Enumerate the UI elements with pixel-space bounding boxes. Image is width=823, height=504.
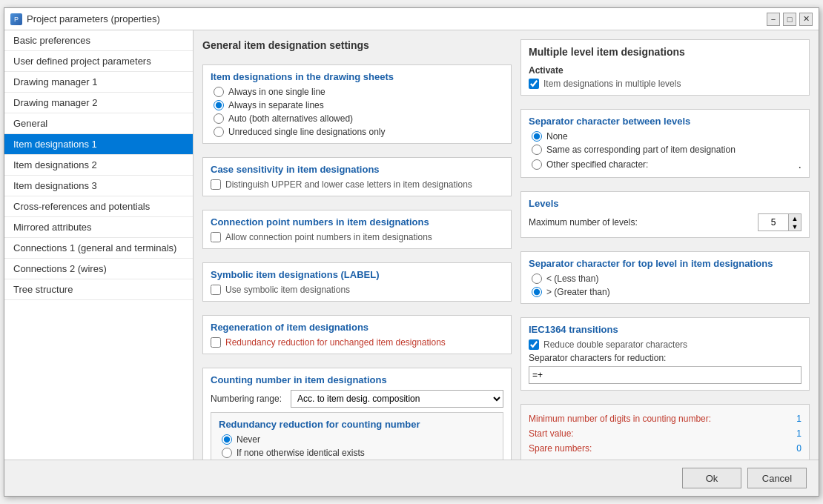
- radio-greater-than[interactable]: [532, 287, 542, 297]
- sep-reduction-input[interactable]: [529, 366, 801, 384]
- radio-separate-lines[interactable]: [214, 100, 224, 110]
- symbolic-checkbox[interactable]: Use symbolic item designations: [211, 285, 503, 295]
- label-symbolic: Use symbolic item designations: [225, 285, 350, 295]
- sep-other-row: Other specified character: .: [532, 158, 801, 171]
- content-area: Basic preferencesUser defined project pa…: [4, 30, 819, 460]
- sidebar-item-general[interactable]: General: [4, 113, 193, 134]
- iec-section: IEC1364 transitions Reduce double separa…: [520, 317, 810, 391]
- max-levels-input[interactable]: [758, 214, 788, 231]
- label-if-none: If none otherwise identical exists: [237, 448, 365, 458]
- label-connection: Allow connection point numbers in item d…: [225, 232, 432, 242]
- option-greater-than[interactable]: > (Greater than): [532, 287, 801, 297]
- regeneration-title: Regeneration of item designations: [211, 322, 503, 333]
- sidebar-item-mirrored-attributes[interactable]: Mirrored attributes: [4, 217, 193, 238]
- iec-checkbox[interactable]: Reduce double separator characters: [529, 339, 801, 350]
- spare-numbers-row: Spare numbers: 0: [529, 443, 801, 454]
- option-sep-other[interactable]: Other specified character:: [532, 159, 648, 170]
- link-values-container: Minimum number of digits in counting num…: [529, 411, 801, 460]
- sidebar-item-user-defined[interactable]: User defined project parameters: [4, 51, 193, 72]
- checkbox-iec[interactable]: [529, 339, 539, 350]
- case-sensitivity-checkbox[interactable]: Distinguish UPPER and lower case letters…: [211, 179, 503, 190]
- sidebar-item-basic-preferences[interactable]: Basic preferences: [4, 30, 193, 51]
- minimize-button[interactable]: −: [767, 13, 780, 26]
- option-auto[interactable]: Auto (both alternatives allowed): [214, 113, 503, 124]
- counting-values-section: Minimum number of digits in counting num…: [520, 404, 810, 460]
- general-title: General item designation settings: [202, 39, 512, 51]
- min-digits-value[interactable]: 1: [796, 414, 801, 424]
- start-value-row: Start value: 1: [529, 428, 801, 439]
- connection-point-checkbox[interactable]: Allow connection point numbers in item d…: [211, 232, 503, 242]
- radio-less-than[interactable]: [532, 273, 542, 284]
- checkbox-activate[interactable]: [529, 79, 539, 89]
- label-unreduced: Unreduced single line designations only: [228, 127, 385, 137]
- checkbox-regeneration[interactable]: [211, 337, 221, 348]
- option-separate-lines[interactable]: Always in separate lines: [214, 100, 503, 110]
- numbering-range-row: Numbering range: Acc. to item desig. com…: [211, 390, 503, 408]
- checkbox-case[interactable]: [211, 179, 221, 190]
- label-single-line: Always in one single line: [228, 87, 325, 97]
- option-if-none[interactable]: If none otherwise identical exists: [222, 448, 495, 458]
- spinbox-up-button[interactable]: ▲: [789, 214, 801, 222]
- regeneration-section: Regeneration of item designations Redund…: [202, 315, 512, 354]
- option-unreduced[interactable]: Unreduced single line designations only: [214, 127, 503, 137]
- option-sep-same[interactable]: Same as corresponding part of item desig…: [532, 145, 801, 155]
- radio-single-line[interactable]: [214, 87, 224, 97]
- label-sep-other: Other specified character:: [546, 159, 648, 170]
- radio-auto[interactable]: [214, 113, 224, 124]
- multiple-level-title: Multiple level item designations: [529, 46, 801, 61]
- max-levels-label: Maximum number of levels:: [529, 217, 638, 228]
- sidebar-item-tree-structure[interactable]: Tree structure: [4, 279, 193, 300]
- sidebar-item-drawing-manager-1[interactable]: Drawing manager 1: [4, 72, 193, 93]
- multiple-level-section: Multiple level item designations Activat…: [520, 39, 810, 96]
- iec-title: IEC1364 transitions: [529, 324, 801, 335]
- sidebar-item-drawing-manager-2[interactable]: Drawing manager 2: [4, 93, 193, 113]
- sidebar-item-item-designations-1[interactable]: Item designations 1: [4, 134, 193, 155]
- start-value[interactable]: 1: [796, 428, 801, 439]
- connection-point-title: Connection point numbers in item designa…: [211, 216, 503, 228]
- radio-sep-same[interactable]: [532, 145, 542, 155]
- label-case: Distinguish UPPER and lower case letters…: [225, 179, 472, 190]
- label-less-than: < (Less than): [546, 273, 598, 284]
- regeneration-checkbox[interactable]: Redundancy reduction for unchanged item …: [211, 337, 503, 348]
- radio-sep-none[interactable]: [532, 131, 542, 142]
- min-digits-label: Minimum number of digits in counting num…: [529, 414, 711, 424]
- checkbox-symbolic[interactable]: [211, 285, 221, 295]
- case-sensitivity-section: Case sensitivity in item designations Di…: [202, 157, 512, 196]
- sidebar-item-connections-2[interactable]: Connections 2 (wires): [4, 259, 193, 279]
- window-title: Project parameters (properties): [27, 13, 160, 24]
- option-never[interactable]: Never: [222, 434, 495, 445]
- redundancy-title: Redundancy reduction for counting number: [219, 419, 495, 430]
- spare-numbers-value[interactable]: 0: [796, 443, 801, 454]
- label-iec: Reduce double separator characters: [543, 339, 687, 350]
- spare-numbers-label: Spare numbers:: [529, 443, 592, 454]
- sidebar-item-cross-references[interactable]: Cross-references and potentials: [4, 196, 193, 217]
- spinbox-down-button[interactable]: ▼: [789, 222, 801, 231]
- option-single-line[interactable]: Always in one single line: [214, 87, 503, 97]
- symbolic-title: Symbolic item designations (LABEL): [211, 269, 503, 280]
- numbering-select[interactable]: Acc. to item desig. composition: [291, 390, 503, 408]
- sidebar-item-item-designations-3[interactable]: Item designations 3: [4, 176, 193, 196]
- checkbox-connection[interactable]: [211, 232, 221, 242]
- cancel-button[interactable]: Cancel: [747, 468, 807, 488]
- radio-unreduced[interactable]: [214, 127, 224, 137]
- sidebar-item-connections-1[interactable]: Connections 1 (general and terminals): [4, 238, 193, 259]
- redundancy-options: Never If none otherwise identical exists…: [219, 434, 495, 460]
- sep-other-value: .: [799, 158, 801, 171]
- radio-never[interactable]: [222, 434, 232, 445]
- max-levels-spinbox[interactable]: ▲ ▼: [758, 213, 801, 231]
- app-icon: P: [10, 13, 22, 25]
- radio-sep-other[interactable]: [532, 159, 542, 170]
- right-panel: Multiple level item designations Activat…: [520, 39, 810, 451]
- main-window: P Project parameters (properties) − □ ✕ …: [4, 7, 819, 497]
- separator-between-options: None Same as corresponding part of item …: [529, 131, 801, 171]
- maximize-button[interactable]: □: [783, 13, 796, 26]
- sidebar-item-item-designations-2[interactable]: Item designations 2: [4, 155, 193, 176]
- option-less-than[interactable]: < (Less than): [532, 273, 801, 284]
- option-sep-none[interactable]: None: [532, 131, 801, 142]
- case-sensitivity-title: Case sensitivity in item designations: [211, 164, 503, 175]
- ok-button[interactable]: Ok: [682, 468, 741, 488]
- activate-checkbox[interactable]: Item designations in multiple levels: [529, 79, 801, 89]
- connection-point-section: Connection point numbers in item designa…: [202, 210, 512, 249]
- radio-if-none[interactable]: [222, 448, 232, 458]
- close-button[interactable]: ✕: [799, 13, 813, 26]
